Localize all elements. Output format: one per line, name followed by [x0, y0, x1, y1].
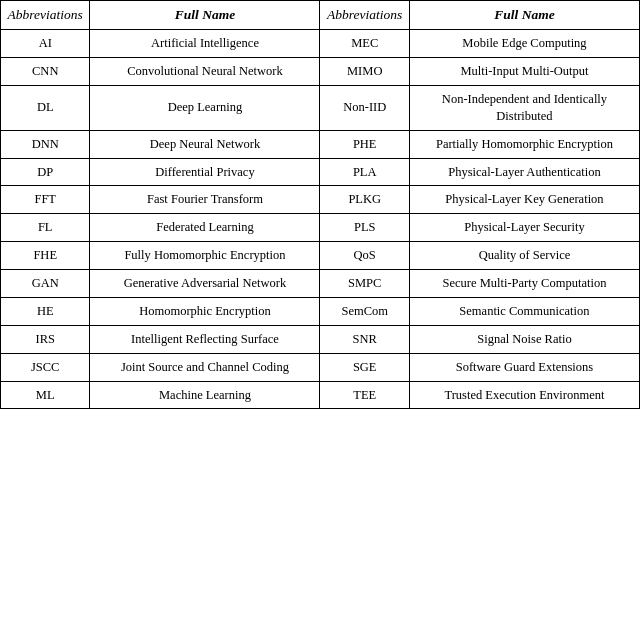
header-row: Abbreviations Full Name Abbreviations Fu…	[1, 1, 640, 30]
abbreviation-cell: SMPC	[320, 270, 409, 298]
fullname-cell: Non-Independent and Identically Distribu…	[409, 85, 639, 130]
abbreviation-cell: HE	[1, 297, 90, 325]
table-row: GANGenerative Adversarial NetworkSMPCSec…	[1, 270, 640, 298]
fullname-cell: Fully Homomorphic Encryption	[90, 242, 320, 270]
fullname-cell: Partially Homomorphic Encryption	[409, 130, 639, 158]
fullname-cell: Convolutional Neural Network	[90, 58, 320, 86]
fullname-cell: Machine Learning	[90, 381, 320, 409]
abbreviation-cell: ML	[1, 381, 90, 409]
fullname-cell: Multi-Input Multi-Output	[409, 58, 639, 86]
table-row: FLFederated LearningPLSPhysical-Layer Se…	[1, 214, 640, 242]
table-row: FHEFully Homomorphic EncryptionQoSQualit…	[1, 242, 640, 270]
abbreviation-cell: Non-IID	[320, 85, 409, 130]
table-row: AIArtificial IntelligenceMECMobile Edge …	[1, 30, 640, 58]
fullname-cell: Physical-Layer Authentication	[409, 158, 639, 186]
abbreviation-cell: PLS	[320, 214, 409, 242]
abbreviation-cell: FFT	[1, 186, 90, 214]
fullname-cell: Homomorphic Encryption	[90, 297, 320, 325]
table-row: DNNDeep Neural NetworkPHEPartially Homom…	[1, 130, 640, 158]
fullname-cell: Deep Neural Network	[90, 130, 320, 158]
fullname-cell: Semantic Communication	[409, 297, 639, 325]
abbreviation-cell: QoS	[320, 242, 409, 270]
abbreviation-cell: SGE	[320, 353, 409, 381]
fullname-cell: Signal Noise Ratio	[409, 325, 639, 353]
table-row: DLDeep LearningNon-IIDNon-Independent an…	[1, 85, 640, 130]
abbreviation-cell: FHE	[1, 242, 90, 270]
fullname-cell: Generative Adversarial Network	[90, 270, 320, 298]
header-abbreviations-1: Abbreviations	[1, 1, 90, 30]
abbreviation-cell: AI	[1, 30, 90, 58]
fullname-cell: Intelligent Reflecting Surface	[90, 325, 320, 353]
abbreviation-cell: DL	[1, 85, 90, 130]
abbreviation-cell: SemCom	[320, 297, 409, 325]
fullname-cell: Physical-Layer Security	[409, 214, 639, 242]
abbreviation-cell: MIMO	[320, 58, 409, 86]
table-row: HEHomomorphic EncryptionSemComSemantic C…	[1, 297, 640, 325]
fullname-cell: Mobile Edge Computing	[409, 30, 639, 58]
table-row: IRSIntelligent Reflecting SurfaceSNRSign…	[1, 325, 640, 353]
abbreviation-cell: MEC	[320, 30, 409, 58]
fullname-cell: Artificial Intelligence	[90, 30, 320, 58]
abbreviation-cell: IRS	[1, 325, 90, 353]
fullname-cell: Fast Fourier Transform	[90, 186, 320, 214]
abbreviation-cell: TEE	[320, 381, 409, 409]
abbreviation-cell: DNN	[1, 130, 90, 158]
abbreviation-cell: DP	[1, 158, 90, 186]
abbreviation-cell: CNN	[1, 58, 90, 86]
abbreviation-cell: PLKG	[320, 186, 409, 214]
abbreviation-cell: GAN	[1, 270, 90, 298]
fullname-cell: Joint Source and Channel Coding	[90, 353, 320, 381]
abbreviation-cell: FL	[1, 214, 90, 242]
header-abbreviations-2: Abbreviations	[320, 1, 409, 30]
table-row: CNNConvolutional Neural NetworkMIMOMulti…	[1, 58, 640, 86]
fullname-cell: Deep Learning	[90, 85, 320, 130]
fullname-cell: Federated Learning	[90, 214, 320, 242]
table-row: JSCCJoint Source and Channel CodingSGESo…	[1, 353, 640, 381]
header-fullname-2: Full Name	[409, 1, 639, 30]
abbreviation-cell: SNR	[320, 325, 409, 353]
table-row: FFTFast Fourier TransformPLKGPhysical-La…	[1, 186, 640, 214]
fullname-cell: Software Guard Extensions	[409, 353, 639, 381]
header-fullname-1: Full Name	[90, 1, 320, 30]
abbreviation-cell: PHE	[320, 130, 409, 158]
fullname-cell: Trusted Execution Environment	[409, 381, 639, 409]
abbreviations-table-container: Abbreviations Full Name Abbreviations Fu…	[0, 0, 640, 409]
fullname-cell: Quality of Service	[409, 242, 639, 270]
table-row: MLMachine LearningTEETrusted Execution E…	[1, 381, 640, 409]
abbreviation-cell: JSCC	[1, 353, 90, 381]
fullname-cell: Differential Privacy	[90, 158, 320, 186]
table-row: DPDifferential PrivacyPLAPhysical-Layer …	[1, 158, 640, 186]
abbreviation-cell: PLA	[320, 158, 409, 186]
fullname-cell: Physical-Layer Key Generation	[409, 186, 639, 214]
abbreviations-table: Abbreviations Full Name Abbreviations Fu…	[0, 0, 640, 409]
fullname-cell: Secure Multi-Party Computation	[409, 270, 639, 298]
